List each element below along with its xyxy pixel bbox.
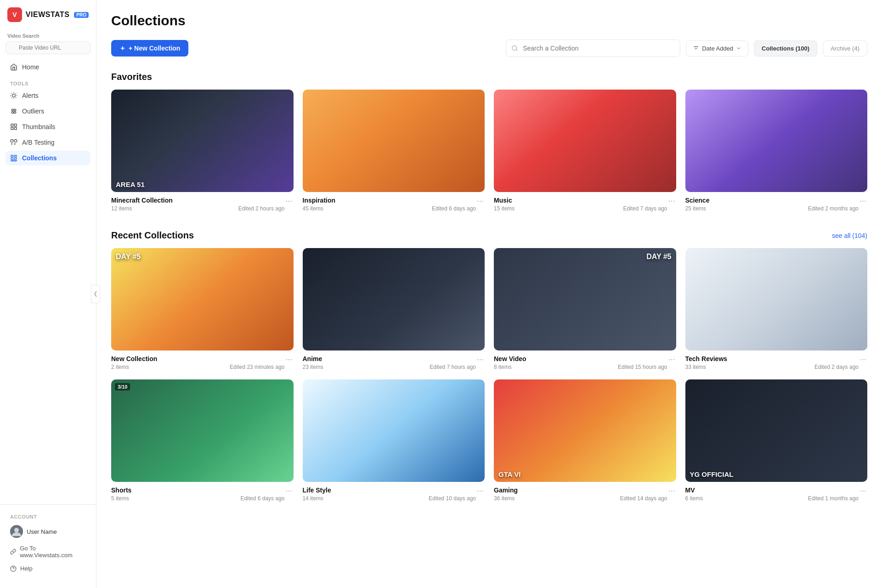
collection-card-anime[interactable]: Anime 23 items Edited 7 hours ago ··· [303,248,485,370]
collection-edited: Edited 15 hours ago [618,364,667,370]
sidebar-item-ab-testing[interactable]: A/B Testing [6,135,90,150]
video-search-input[interactable] [6,41,90,54]
collection-more-button[interactable]: ··· [476,197,485,205]
collection-thumb [685,90,868,192]
plus-icon [119,45,126,51]
video-search-wrap [6,41,90,54]
collection-card-info: Shorts 5 items Edited 6 days ago [111,486,284,502]
collection-more-button[interactable]: ··· [667,197,676,205]
app-name: VIEWSTATS [26,11,69,19]
collection-edited: Edited 2 hours ago [238,205,285,212]
collection-card-meta: 36 items Edited 14 days ago [494,495,667,502]
svg-rect-11 [14,140,17,142]
svg-rect-14 [11,158,13,159]
search-collection-input[interactable] [506,40,680,57]
svg-point-5 [14,112,16,113]
collection-item-count: 5 items [111,495,129,502]
sidebar-item-alerts[interactable]: Alerts [6,88,90,103]
collection-thumb: AREA 51 [111,90,294,192]
link-icon [10,548,16,555]
sidebar-item-outliers-label: Outliers [22,107,44,115]
video-search-section: Video Search [0,29,96,58]
collection-card-meta: 33 items Edited 2 days ago [685,364,859,370]
collection-card-lifestyle[interactable]: Life Style 14 items Edited 10 days ago ·… [303,379,485,502]
sidebar-item-home[interactable]: Home [6,60,90,74]
collection-card-science[interactable]: Science 25 items Edited 2 months ago ··· [685,90,868,212]
sidebar-collapse-button[interactable] [91,285,100,303]
collection-item-count: 8 items [494,364,512,370]
collection-thumb: DAY #5 [111,248,294,351]
sidebar-help[interactable]: Help [6,562,90,575]
help-icon [10,565,17,572]
goto-site-label: Go To www.Viewstats.com [20,545,86,559]
see-all-link[interactable]: see all (104) [832,232,867,239]
collection-item-count: 2 items [111,364,129,370]
collection-more-button[interactable]: ··· [667,486,676,495]
collection-thumb: 3/10 [111,379,294,482]
collection-more-button[interactable]: ··· [284,197,293,205]
outliers-icon [10,107,17,115]
sidebar-bottom: Account User Name Go To www.Viewstats.co… [0,504,96,581]
svg-rect-16 [11,160,17,161]
collection-card-new-collection[interactable]: DAY #5 New Collection 2 items Edited 23 … [111,248,294,370]
collection-more-button[interactable]: ··· [284,355,293,363]
archive-label: Archive (4) [831,45,859,52]
sidebar-item-outliers[interactable]: Outliers [6,104,90,119]
sidebar-item-collections[interactable]: Collections [6,151,90,165]
video-search-label: Video Search [6,33,90,39]
collection-card-meta: 6 items Edited 1 months ago [685,495,859,502]
collection-card-info: New Collection 2 items Edited 23 minutes… [111,355,284,370]
collection-card-footer: Minecraft Collection 12 items Edited 2 h… [111,197,294,212]
sort-button[interactable]: Date Added [686,40,748,57]
collection-card-mv[interactable]: YG OFFICIAL MV 6 items Edited 1 months a… [685,379,868,502]
collection-more-button[interactable]: ··· [859,486,867,495]
collection-more-button[interactable]: ··· [667,355,676,363]
collection-more-button[interactable]: ··· [476,486,485,495]
collections-tab-button[interactable]: Collections (100) [754,40,817,57]
collection-card-footer: New Collection 2 items Edited 23 minutes… [111,355,294,370]
collection-card-music[interactable]: Music 15 items Edited 7 days ago ··· [494,90,676,212]
collection-card-info: MV 6 items Edited 1 months ago [685,486,859,502]
collection-edited: Edited 10 days ago [429,495,476,502]
collection-card-footer: Tech Reviews 33 items Edited 2 days ago … [685,355,868,370]
collection-card-new-video[interactable]: DAY #5 New Video 8 items Edited 15 hours… [494,248,676,370]
collection-card-name: Anime [303,355,476,362]
collection-card-footer: Science 25 items Edited 2 months ago ··· [685,197,868,212]
sort-icon [693,45,699,51]
collection-edited: Edited 23 minutes ago [230,364,284,370]
user-row[interactable]: User Name [6,521,90,542]
collection-thumb: DAY #5 [494,248,676,351]
collection-more-button[interactable]: ··· [859,197,867,205]
archive-button[interactable]: Archive (4) [823,40,867,57]
collection-card-tech-reviews[interactable]: Tech Reviews 33 items Edited 2 days ago … [685,248,868,370]
sidebar-item-alerts-label: Alerts [22,92,39,99]
collection-card-meta: 8 items Edited 15 hours ago [494,364,667,370]
page-title: Collections [111,13,867,28]
collection-item-count: 33 items [685,364,706,370]
collection-card-inspiration[interactable]: Inspiration 45 items Edited 6 days ago ·… [303,90,485,212]
collection-more-button[interactable]: ··· [284,486,293,495]
collection-card-info: Inspiration 45 items Edited 6 days ago [303,197,476,212]
collection-edited: Edited 14 days ago [620,495,667,502]
new-collection-button[interactable]: + New Collection [111,40,188,57]
svg-rect-7 [14,124,17,126]
svg-point-1 [12,94,16,97]
collection-more-button[interactable]: ··· [476,355,485,363]
collection-card-shorts[interactable]: 3/10 Shorts 5 items Edited 6 days ago ··… [111,379,294,502]
svg-rect-13 [14,155,17,157]
collection-card-info: Tech Reviews 33 items Edited 2 days ago [685,355,859,370]
collection-card-footer: MV 6 items Edited 1 months ago ··· [685,486,868,502]
collection-item-count: 45 items [303,205,323,212]
collection-card-name: Life Style [303,486,476,494]
collection-card-footer: Shorts 5 items Edited 6 days ago ··· [111,486,294,502]
sidebar-item-thumbnails[interactable]: Thumbnails [6,119,90,134]
collection-card-minecraft[interactable]: AREA 51 Minecraft Collection 12 items Ed… [111,90,294,212]
tools-section: Tools Alerts Outliers Thumbnails A/B Tes… [0,77,96,166]
collection-edited: Edited 7 hours ago [430,364,476,370]
main-content: Collections + New Collection Date Added [96,0,882,588]
collection-card-info: Life Style 14 items Edited 10 days ago [303,486,476,502]
collection-more-button[interactable]: ··· [859,355,867,363]
collection-card-gaming[interactable]: GTA VI Gaming 36 items Edited 14 days ag… [494,379,676,502]
collection-item-count: 14 items [303,495,323,502]
sidebar-goto-site[interactable]: Go To www.Viewstats.com [6,542,90,562]
